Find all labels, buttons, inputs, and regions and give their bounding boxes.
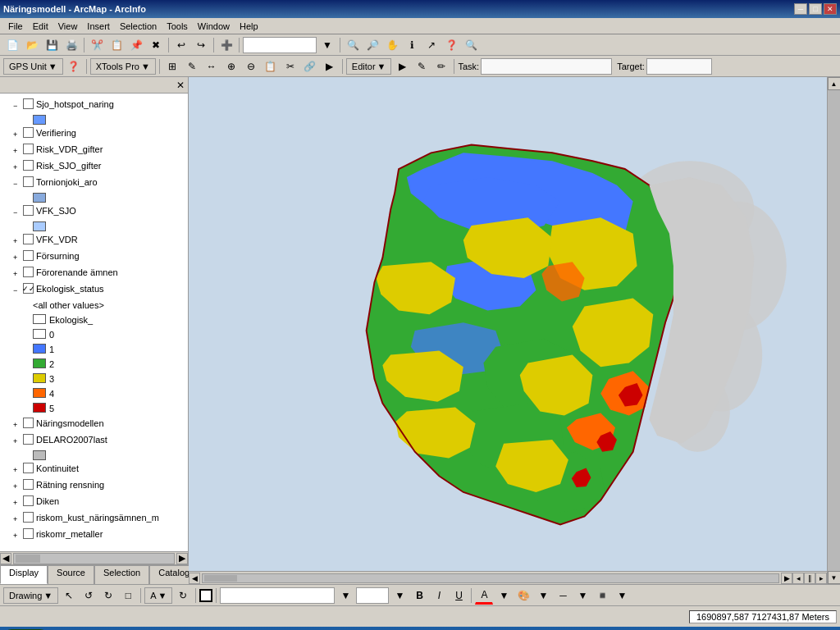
check-vfk-sjo[interactable] xyxy=(23,205,34,216)
close-button[interactable]: ✕ xyxy=(824,3,837,15)
drawing-button[interactable]: Drawing ▼ xyxy=(3,587,58,604)
tb2-btn1[interactable]: ⊞ xyxy=(163,57,181,75)
font-size-dropdown[interactable]: ▼ xyxy=(390,587,409,605)
fill-color-drop[interactable]: ▼ xyxy=(534,587,552,605)
layer-ratning[interactable]: + Rätning rensning xyxy=(0,477,188,494)
font-underline[interactable]: U xyxy=(450,587,468,605)
cut-button[interactable]: ✂️ xyxy=(88,36,106,54)
zoom-out-fixed[interactable]: 🔎 xyxy=(363,36,381,54)
map-vscroll[interactable]: ▲ ▼ xyxy=(827,77,840,584)
vscroll-down[interactable]: ▼ xyxy=(828,571,841,584)
layer-legend-2[interactable]: 2 xyxy=(0,357,188,372)
check-delaro[interactable] xyxy=(23,434,34,445)
line-color-drop[interactable]: ▼ xyxy=(573,587,591,605)
open-button[interactable]: 📂 xyxy=(23,36,41,54)
vscroll-up[interactable]: ▲ xyxy=(828,77,841,90)
check-sjo[interactable] xyxy=(23,98,34,109)
tb2-btn2[interactable]: ✎ xyxy=(183,57,201,75)
map-hscroll-track[interactable] xyxy=(202,573,779,583)
hscroll-right[interactable]: ▶ xyxy=(176,553,188,564)
layer-riskom-metaller[interactable]: + riskomr_metaller xyxy=(0,527,188,543)
save-button[interactable]: 💾 xyxy=(43,36,61,54)
map-view[interactable]: ◀ ▶ ◂ ‖ ▸ xyxy=(189,77,827,584)
menu-help[interactable]: Help xyxy=(235,20,263,33)
task-input[interactable]: Create New Feature xyxy=(481,58,612,75)
layer-riskom-kust[interactable]: + riskom_kust_näringsämnen_m xyxy=(0,510,188,527)
zoom-in-fixed[interactable]: 🔍 xyxy=(344,36,362,54)
tb2-btn8[interactable]: 🔗 xyxy=(301,57,319,75)
font-color-btn[interactable]: A xyxy=(475,587,493,605)
hscroll-track[interactable] xyxy=(13,553,175,564)
find-button[interactable]: 🔍 xyxy=(462,36,480,54)
scale-dropdown[interactable]: ▼ xyxy=(318,36,336,54)
layer-naringsmodellen[interactable]: + Näringsmodellen xyxy=(0,416,188,432)
font-style-btn[interactable]: A▼ xyxy=(144,587,172,604)
expand-verifiering[interactable]: + xyxy=(13,128,23,141)
check-riskom-metaller[interactable] xyxy=(23,528,34,539)
map-nav2[interactable]: ‖ xyxy=(804,573,815,584)
draw-arrow[interactable]: ↖ xyxy=(60,587,78,605)
shadow-btn[interactable]: ◾ xyxy=(593,587,611,605)
layer-tornionjoki[interactable]: − Tornionjoki_aro xyxy=(0,175,188,191)
tb2-btn4[interactable]: ⊕ xyxy=(222,57,240,75)
copy-button[interactable]: 📋 xyxy=(107,36,126,54)
layer-legend-5[interactable]: 5 xyxy=(0,401,188,416)
hscroll-left[interactable]: ◀ xyxy=(0,553,11,564)
add-data-button[interactable]: ➕ xyxy=(217,36,235,54)
toc-body[interactable]: − Sjo_hotspot_naring + Verifiering + Ris… xyxy=(0,94,188,551)
check-vfk-vdr[interactable] xyxy=(23,234,34,244)
hscroll-thumb[interactable] xyxy=(16,555,40,563)
check-ekologisk[interactable]: ✓ xyxy=(23,283,34,294)
tb2-btn3[interactable]: ↔ xyxy=(203,57,221,75)
editor-button[interactable]: Editor ▼ xyxy=(346,58,392,75)
font-name-input[interactable]: Arial xyxy=(220,587,335,604)
new-button[interactable]: 📄 xyxy=(3,36,21,54)
gps-unit-button[interactable]: GPS Unit ▼ xyxy=(3,58,63,75)
target-input[interactable] xyxy=(646,58,712,75)
expand-fororenande[interactable]: + xyxy=(13,267,23,281)
map-hscroll-left[interactable]: ◀ xyxy=(189,573,200,584)
line-color-btn[interactable]: ─ xyxy=(554,587,572,605)
minimize-button[interactable]: ─ xyxy=(794,3,807,15)
map-hscroll-right[interactable]: ▶ xyxy=(781,573,792,584)
edit-play[interactable]: ▶ xyxy=(393,57,411,75)
expand-delaro[interactable]: + xyxy=(13,435,23,448)
toc-close-button[interactable]: ✕ xyxy=(176,80,185,91)
layer-legend-3[interactable]: 3 xyxy=(0,372,188,386)
menu-edit[interactable]: Edit xyxy=(28,20,53,33)
expand-riskom-metaller[interactable]: + xyxy=(13,529,23,542)
font-color-drop[interactable]: ▼ xyxy=(495,587,513,605)
expand-risk-sjo[interactable]: + xyxy=(13,161,23,174)
check-risk-vdr[interactable] xyxy=(23,144,34,154)
check-ratning[interactable] xyxy=(23,479,34,490)
expand-naringsmodellen[interactable]: + xyxy=(13,418,23,431)
edit-pencil2[interactable]: ✏ xyxy=(432,57,450,75)
layer-kontinuitet[interactable]: + Kontinuitet xyxy=(0,461,188,477)
expand-diken[interactable]: + xyxy=(13,496,23,509)
menu-window[interactable]: Window xyxy=(193,20,235,33)
expand-ratning[interactable]: + xyxy=(13,480,23,493)
identify-button[interactable]: ℹ xyxy=(403,36,421,54)
layer-forsurning[interactable]: + Försurning xyxy=(0,249,188,265)
check-diken[interactable] xyxy=(23,495,34,506)
map-hscroll[interactable]: ◀ ▶ ◂ ‖ ▸ xyxy=(189,571,827,584)
draw-rect[interactable]: □ xyxy=(119,587,137,605)
check-fororenande[interactable] xyxy=(23,267,34,277)
check-riskom-kust[interactable] xyxy=(23,512,34,523)
shadow-drop[interactable]: ▼ xyxy=(613,587,631,605)
tab-source[interactable]: Source xyxy=(48,565,94,584)
map-hscroll-thumb[interactable] xyxy=(204,575,237,582)
check-naringsmodellen[interactable] xyxy=(23,418,34,428)
help-button[interactable]: ❓ xyxy=(442,36,460,54)
tab-selection[interactable]: Selection xyxy=(94,565,149,584)
check-kontinuitet[interactable] xyxy=(23,463,34,473)
tab-display[interactable]: Display xyxy=(0,565,48,584)
gps-help[interactable]: ❓ xyxy=(65,57,83,75)
fill-color-btn[interactable]: 🎨 xyxy=(514,587,532,605)
font-size-input[interactable]: 9.75 xyxy=(356,587,389,604)
layer-ekologisk[interactable]: − ✓ Ekologisk_status xyxy=(0,281,188,298)
tb2-btn5[interactable]: ⊖ xyxy=(242,57,260,75)
tb2-btn6[interactable]: 📋 xyxy=(262,57,280,75)
layer-vfk-vdr[interactable]: + VFK_VDR xyxy=(0,232,188,249)
check-verifiering[interactable] xyxy=(23,127,34,138)
